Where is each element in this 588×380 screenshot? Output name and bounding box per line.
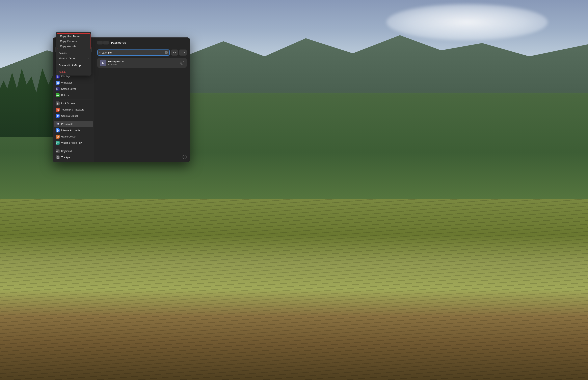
entry-username: example <box>108 63 178 66</box>
main-content: ‹ › Passwords ⌕ example ✕ + ▾ ··· ▾ <box>94 38 190 162</box>
game-center-icon <box>56 135 60 139</box>
trackpad-icon <box>56 155 60 159</box>
search-input-value[interactable]: example <box>102 51 163 54</box>
svg-rect-31 <box>57 151 58 151</box>
svg-rect-12 <box>57 103 59 104</box>
more-chevron-icon: ▾ <box>184 52 185 54</box>
svg-point-18 <box>57 124 58 124</box>
internet-accounts-icon <box>56 128 60 133</box>
search-area: ⌕ example ✕ + ▾ ··· ▾ <box>94 48 190 58</box>
context-menu-item-share-airdrop[interactable]: Share with AirDrop... <box>56 63 91 68</box>
sidebar-item-trackpad[interactable]: Trackpad <box>54 154 93 160</box>
add-icon: + <box>173 51 174 54</box>
svg-rect-27 <box>57 142 59 144</box>
bg-clouds <box>386 4 548 40</box>
sidebar-item-label: Touch ID & Password <box>61 108 84 111</box>
sidebar-item-users-groups[interactable]: Users & Groups <box>54 113 93 119</box>
password-entry[interactable]: E example.com example ⓘ <box>97 58 187 68</box>
svg-point-8 <box>57 89 58 90</box>
window-title: Passwords <box>111 41 126 44</box>
sidebar-item-label: Users & Groups <box>61 114 78 117</box>
sidebar-divider-1 <box>55 99 92 99</box>
passwords-icon <box>56 122 60 126</box>
context-menu-item-copy-website[interactable]: Copy Website <box>57 44 90 49</box>
context-menu-item-details[interactable]: Details... <box>56 51 91 56</box>
svg-rect-29 <box>57 151 59 152</box>
search-clear-button[interactable]: ✕ <box>165 51 168 54</box>
svg-point-16 <box>58 115 59 116</box>
copy-website-label: Copy Website <box>60 45 76 48</box>
printers-icon <box>56 162 60 162</box>
screensaver-icon <box>56 87 60 91</box>
add-button[interactable]: + ▾ <box>171 50 178 56</box>
sidebar-item-wallet[interactable]: Wallet & Apple Pay <box>54 140 93 146</box>
sidebar-item-label: Battery <box>61 94 69 97</box>
sidebar-item-label: Keyboard <box>61 150 72 152</box>
sidebar-item-battery[interactable]: Battery <box>54 92 93 98</box>
svg-rect-11 <box>57 95 58 95</box>
move-to-group-label: Move to Group <box>59 57 76 60</box>
svg-point-15 <box>57 115 58 116</box>
back-button[interactable]: ‹ <box>97 41 103 44</box>
entry-avatar-letter: E <box>102 61 104 64</box>
context-menu-highlighted-group: Copy User Name Copy Password Copy Websit… <box>57 33 90 49</box>
svg-point-19 <box>58 124 58 124</box>
sidebar-item-label: Trackpad <box>61 156 71 159</box>
sidebar-divider-3 <box>55 147 92 147</box>
forward-icon: › <box>105 42 106 44</box>
svg-rect-17 <box>57 123 59 125</box>
svg-rect-30 <box>57 151 57 151</box>
context-menu-item-delete[interactable]: Delete <box>56 70 91 75</box>
submenu-arrow-icon: › <box>88 57 88 59</box>
copy-username-label: Copy User Name <box>60 35 80 38</box>
sidebar-item-game-center[interactable]: Game Center <box>54 134 93 140</box>
search-bar[interactable]: ⌕ example ✕ <box>97 50 170 56</box>
context-menu-item-move-to-group[interactable]: Move to Group › <box>56 56 91 61</box>
entry-info-button[interactable]: ⓘ <box>180 61 184 65</box>
sidebar-item-label: Displays <box>61 75 70 78</box>
sidebar-item-label: Wallet & Apple Pay <box>61 141 82 144</box>
sidebar-divider-2 <box>55 120 92 120</box>
context-menu-item-copy-password[interactable]: Copy Password <box>57 39 90 44</box>
titlebar-nav: ‹ › <box>97 41 109 44</box>
sidebar-item-lock-screen[interactable]: Lock Screen <box>54 100 93 106</box>
sidebar-item-label: Internet Accounts <box>61 129 80 132</box>
wallet-icon <box>56 141 60 145</box>
bg-vineyard <box>0 199 588 380</box>
lock-icon <box>56 101 60 105</box>
sidebar-item-label: Passwords <box>61 123 73 126</box>
share-airdrop-label: Share with AirDrop... <box>59 64 83 67</box>
sidebar-item-internet-accounts[interactable]: Internet Accounts <box>54 127 93 133</box>
sidebar-item-touch-id[interactable]: Touch ID & Password <box>54 107 93 113</box>
entry-domain-highlight: example <box>108 60 119 63</box>
copy-password-label: Copy Password <box>60 40 78 43</box>
svg-rect-33 <box>57 151 58 152</box>
sidebar-item-keyboard[interactable]: Keyboard <box>54 148 93 154</box>
sidebar-item-wallpaper[interactable]: Wallpaper <box>54 80 93 86</box>
titlebar: ‹ › Passwords <box>94 38 190 48</box>
sidebar-item-passwords[interactable]: Passwords <box>54 121 93 127</box>
keyboard-icon <box>56 149 60 153</box>
delete-label: Delete <box>59 71 66 74</box>
entry-info: example.com example <box>108 60 178 66</box>
sidebar-item-screen-saver[interactable]: Screen Saver <box>54 86 93 92</box>
forward-button[interactable]: › <box>103 41 109 44</box>
svg-rect-32 <box>58 151 58 151</box>
sidebar-item-label: Lock Screen <box>61 102 75 105</box>
add-chevron-icon: ▾ <box>175 52 176 54</box>
more-button[interactable]: ··· ▾ <box>179 50 187 56</box>
context-menu-separator-1 <box>56 50 91 50</box>
help-button[interactable]: ? <box>183 155 187 159</box>
more-icon: ··· <box>181 51 183 54</box>
context-menu: Copy User Name Copy Password Copy Websit… <box>56 32 91 76</box>
context-menu-item-copy-username[interactable]: Copy User Name <box>57 34 90 39</box>
sidebar-item-label: Wallpaper <box>61 81 72 84</box>
entry-avatar: E <box>100 59 106 66</box>
password-list: E example.com example ⓘ <box>94 58 190 68</box>
entry-domain-rest: .com <box>119 60 124 63</box>
back-icon: ‹ <box>100 42 100 44</box>
svg-rect-10 <box>59 95 59 95</box>
sidebar-item-printers[interactable]: Printers & Scanners <box>54 161 93 162</box>
battery-icon <box>56 93 60 97</box>
users-icon <box>56 114 60 118</box>
